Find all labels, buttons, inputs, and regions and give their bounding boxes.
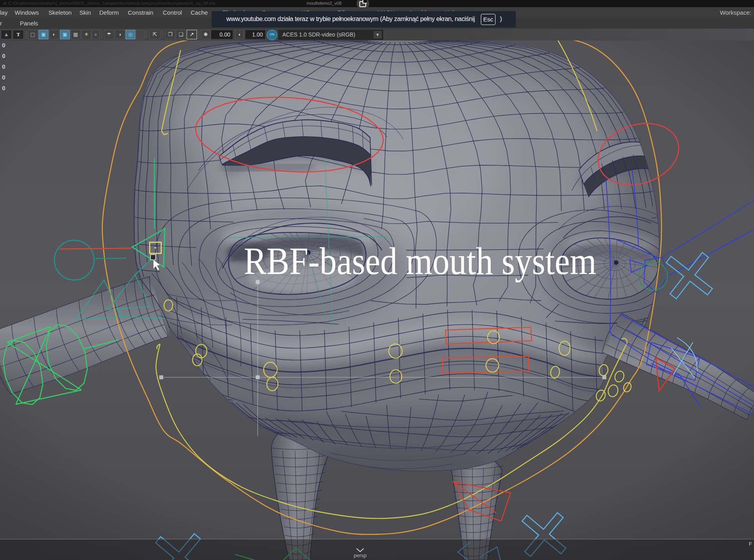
svg-text:RBF-based mouth system: RBF-based mouth system: [244, 240, 596, 282]
svg-text:0: 0: [2, 52, 5, 59]
svg-text:0: 0: [2, 42, 5, 48]
svg-text:persp: persp: [354, 552, 367, 558]
svg-text:0: 0: [2, 74, 5, 81]
svg-text:0: 0: [2, 85, 5, 91]
svg-text:0: 0: [2, 63, 5, 70]
svg-text:F: F: [749, 541, 752, 547]
